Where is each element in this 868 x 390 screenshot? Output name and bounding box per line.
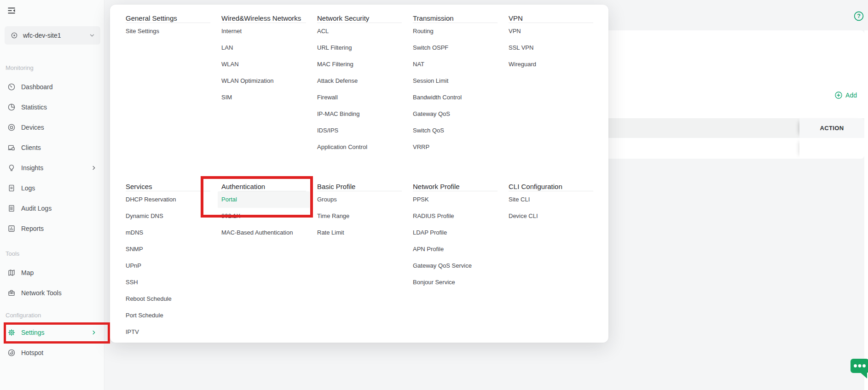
menu-item-firewall[interactable]: Firewall [317,89,409,106]
collapse-sidebar-icon[interactable] [6,6,17,16]
menu-column-wired-wireless-networks: Wired&Wireless NetworksInternetLANWLANWL… [221,14,317,155]
sidebar-item-dashboard[interactable]: Dashboard [0,77,104,97]
page-scrollbar-track[interactable] [864,30,868,390]
sidebar-item-label: Settings [21,329,45,336]
menu-item-device-cli[interactable]: Device CLI [509,208,601,224]
dashboard-icon [7,83,16,91]
menu-column-title-general-settings: General Settings [126,14,210,23]
menu-item-ldap-profile[interactable]: LDAP Profile [413,224,505,241]
menu-column-vpn: VPNVPNSSL VPNWireguard [509,14,604,155]
menu-item-wlan[interactable]: WLAN [221,56,313,73]
add-button-label: Add [845,92,857,99]
sidebar-item-network-tools[interactable]: Network Tools [0,283,104,303]
menu-item-vrrp[interactable]: VRRP [413,139,505,155]
sidebar-item-label: Reports [21,225,44,232]
menu-item-bandwidth-control[interactable]: Bandwidth Control [413,89,505,106]
menu-item-switch-qos[interactable]: Switch QoS [413,122,505,139]
sidebar-item-settings[interactable]: Settings [0,322,104,343]
sidebar-item-hotspot[interactable]: Hotspot [0,343,104,363]
chevron-down-icon [89,33,95,38]
sidebar-item-map[interactable]: Map [0,263,104,283]
sidebar-section-monitoring: MonitoringDashboardStatisticsDevicesClie… [0,64,104,239]
menu-item-site-cli[interactable]: Site CLI [509,191,601,208]
menu-item-url-filtering[interactable]: URL Filtering [317,40,409,56]
menu-column-title-services: Services [126,182,210,191]
menu-item-sim[interactable]: SIM [221,89,313,106]
menu-column-title-vpn: VPN [509,14,593,23]
sidebar-item-label: Statistics [21,103,47,111]
menu-column-title-authentication: Authentication [221,182,306,191]
menu-item-radius-profile[interactable]: RADIUS Profile [413,208,505,224]
menu-item-apn-profile[interactable]: APN Profile [413,241,505,258]
menu-item-mac-filtering[interactable]: MAC Filtering [317,56,409,73]
menu-item-attack-defense[interactable]: Attack Defense [317,73,409,89]
plus-circle-icon [834,91,843,99]
sidebar-item-devices[interactable]: Devices [0,117,104,138]
menu-row-2: ServicesDHCP ReservationDynamic DNSmDNSS… [126,182,604,340]
add-button[interactable]: Add [834,90,857,100]
menu-item-acl[interactable]: ACL [317,23,409,40]
sidebar-item-clients[interactable]: Clients [0,138,104,158]
menu-item-switch-ospf[interactable]: Switch OSPF [413,40,505,56]
chat-icon[interactable] [850,358,868,380]
sidebar-item-audit-logs[interactable]: Audit Logs [0,198,104,218]
menu-item-site-settings[interactable]: Site Settings [126,23,218,40]
menu-item-session-limit[interactable]: Session Limit [413,73,505,89]
menu-item-iptv[interactable]: IPTV [126,324,218,340]
menu-item-groups[interactable]: Groups [317,191,409,208]
sidebar-item-reports[interactable]: Reports [0,218,104,239]
site-selector-label: wfc-dev-site1 [23,32,89,39]
clients-icon [7,143,16,152]
menu-item-gateway-qos-service[interactable]: Gateway QoS Service [413,258,505,274]
menu-item-ssl-vpn[interactable]: SSL VPN [509,40,601,56]
help-icon[interactable]: ? [853,11,864,22]
menu-column-title-network-security: Network Security [317,14,402,23]
menu-item-mac-based-authentication[interactable]: MAC-Based Authentication [221,224,313,241]
menu-item-ids-ips[interactable]: IDS/IPS [317,122,409,139]
menu-item-dynamic-dns[interactable]: Dynamic DNS [126,208,218,224]
sidebar-item-label: Hotspot [21,349,43,356]
sidebar-item-label: Map [21,269,34,276]
svg-text:?: ? [857,13,861,19]
menu-column-transmission: TransmissionRoutingSwitch OSPFNATSession… [413,14,509,155]
reports-icon [7,224,16,233]
menu-item-internet[interactable]: Internet [221,23,313,40]
menu-item-application-control[interactable]: Application Control [317,139,409,155]
menu-column-network-profile: Network ProfilePPSKRADIUS ProfileLDAP Pr… [413,182,509,340]
menu-item-portal[interactable]: Portal [218,191,310,208]
menu-item-port-schedule[interactable]: Port Schedule [126,307,218,324]
menu-column-title-transmission: Transmission [413,14,498,23]
menu-item-lan[interactable]: LAN [221,40,313,56]
menu-item-wireguard[interactable]: Wireguard [509,56,601,73]
menu-item-wlan-optimization[interactable]: WLAN Optimization [221,73,313,89]
menu-item-time-range[interactable]: Time Range [317,208,409,224]
menu-item-gateway-qos[interactable]: Gateway QoS [413,106,505,122]
menu-item-snmp[interactable]: SNMP [126,241,218,258]
menu-item-nat[interactable]: NAT [413,56,505,73]
menu-column-general-settings: General SettingsSite Settings [126,14,221,155]
menu-item-dhcp-reservation[interactable]: DHCP Reservation [126,191,218,208]
menu-item-ssh[interactable]: SSH [126,274,218,291]
menu-item-bonjour-service[interactable]: Bonjour Service [413,274,505,291]
site-selector[interactable]: wfc-dev-site1 [5,26,100,45]
network-tools-icon [7,289,16,297]
sidebar-item-label: Insights [21,164,43,172]
section-label-monitoring: Monitoring [6,64,104,72]
menu-item-reboot-schedule[interactable]: Reboot Schedule [126,291,218,307]
menu-item-802-1x[interactable]: 802.1X [221,208,313,224]
statistics-icon [7,103,16,111]
sidebar-item-label: Network Tools [21,289,62,297]
menu-item-rate-limit[interactable]: Rate Limit [317,224,409,241]
menu-item-routing[interactable]: Routing [413,23,505,40]
menu-item-ppsk[interactable]: PPSK [413,191,505,208]
menu-item-ip-mac-binding[interactable]: IP-MAC Binding [317,106,409,122]
audit-logs-icon [7,204,16,212]
menu-column-title-network-profile: Network Profile [413,182,498,191]
sidebar-item-insights[interactable]: Insights [0,158,104,178]
sidebar-item-statistics[interactable]: Statistics [0,97,104,117]
sidebar-item-logs[interactable]: Logs [0,178,104,198]
menu-item-mdns[interactable]: mDNS [126,224,218,241]
menu-item-vpn[interactable]: VPN [509,23,601,40]
menu-column-title-basic-profile: Basic Profile [317,182,402,191]
menu-item-upnp[interactable]: UPnP [126,258,218,274]
